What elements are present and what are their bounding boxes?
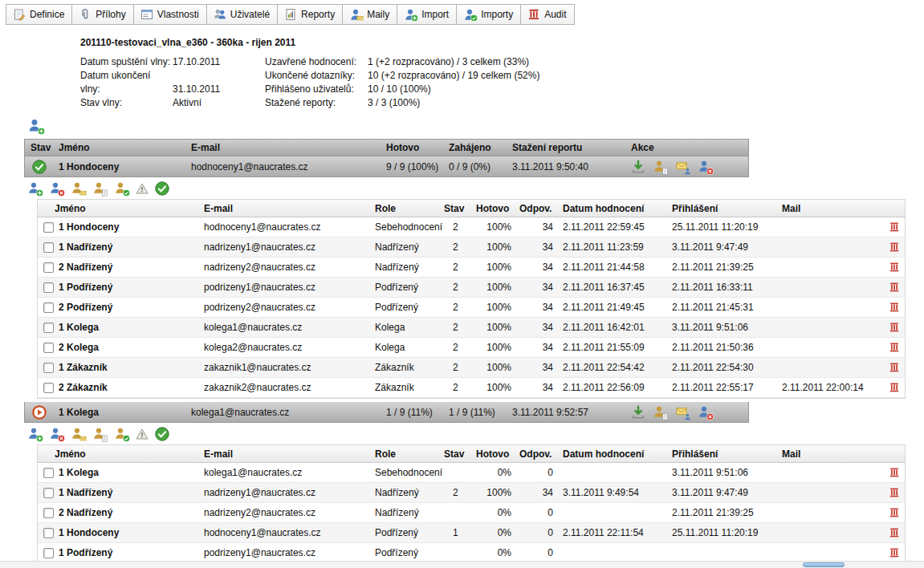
row-checkbox[interactable]	[43, 262, 54, 273]
column-header-email: E-mail	[204, 203, 375, 214]
tab-label: Uživatelé	[230, 9, 270, 20]
audit-icon[interactable]	[889, 302, 900, 313]
row-checkbox[interactable]	[43, 323, 54, 333]
add-rated-user-button[interactable]	[27, 118, 44, 134]
row-prihlaseni: 2.11.2011 22:54:30	[672, 362, 776, 373]
row-role: Nadřízený	[375, 241, 444, 253]
tab-importy[interactable]: Importy	[456, 4, 521, 25]
deactivate-user-icon[interactable]	[698, 405, 713, 420]
tab-reporty[interactable]: Reporty	[277, 4, 343, 25]
user-mail-icon[interactable]	[675, 160, 690, 174]
tab-vlastnosti[interactable]: Vlastnosti	[133, 4, 207, 25]
audit-icon[interactable]	[889, 282, 900, 293]
row-odpov: 0	[516, 527, 555, 538]
import-icon	[404, 8, 417, 21]
tab-maily[interactable]: Maily	[342, 4, 397, 25]
remove-user-icon[interactable]	[49, 427, 64, 441]
column-header-datum-hodnoceni: Datum hodnocení	[555, 203, 672, 214]
group-row[interactable]: 1 Hondoceny hodnoceny1@naucrates.cz 9 / …	[24, 156, 749, 177]
tab-prilohy[interactable]: Přílohy	[71, 4, 133, 25]
column-header-jmeno: Jméno	[54, 448, 204, 460]
row-checkbox[interactable]	[43, 508, 54, 518]
user-confirm-icon[interactable]	[114, 181, 129, 196]
complete-check-icon[interactable]	[155, 181, 169, 196]
user-report-icon[interactable]	[653, 160, 668, 174]
row-checkbox[interactable]	[43, 528, 54, 538]
audit-icon[interactable]	[889, 467, 900, 478]
table-row: 1 Zákazník zakaznik1@naucrates.cz Zákazn…	[38, 358, 905, 378]
info-line: Datum spuštění vlny:17.10.2011	[80, 55, 265, 69]
detail-table: Jméno E-mail Role Stav Hotovo Odpov. Dat…	[37, 199, 906, 399]
tab-label: Reporty	[301, 9, 335, 20]
audit-icon[interactable]	[889, 241, 900, 253]
warning-icon[interactable]	[136, 428, 149, 440]
scrollbar-thumb[interactable]	[803, 562, 845, 567]
row-prihlaseni: 2.11.2011 21:39:25	[672, 262, 776, 273]
row-stav: 2	[444, 302, 474, 313]
group-row[interactable]: 1 Kolega kolega1@naucrates.cz 1 / 9 (11%…	[24, 402, 749, 423]
tab-import[interactable]: Import	[397, 4, 457, 25]
row-hotovo: 100%	[474, 342, 516, 353]
warning-icon[interactable]	[136, 182, 149, 195]
row-checkbox[interactable]	[43, 548, 54, 558]
info-value: 1 (+2 rozpracováno) / 3 celkem (33%)	[368, 56, 529, 67]
info-line: Stav vlny:Aktivní	[80, 96, 265, 110]
audit-icon[interactable]	[889, 382, 900, 393]
tab-definice[interactable]: Definice	[6, 4, 72, 25]
row-checkbox[interactable]	[43, 222, 54, 233]
row-name: 1 Hondoceny	[54, 527, 204, 538]
row-name: 1 Nadřízený	[54, 487, 204, 498]
audit-icon[interactable]	[889, 487, 900, 498]
row-odpov: 34	[516, 382, 555, 393]
remove-user-icon[interactable]	[49, 181, 64, 196]
audit-icon[interactable]	[889, 507, 900, 518]
in-progress-status-icon	[32, 405, 47, 420]
audit-icon[interactable]	[889, 342, 900, 353]
detail-table-header: Jméno E-mail Role Stav Hotovo Odpov. Dat…	[38, 445, 905, 463]
group-stazeni-reportu: 3.11.2011 9:50:40	[511, 161, 625, 172]
audit-icon[interactable]	[889, 527, 900, 538]
add-user-icon[interactable]	[27, 427, 43, 441]
row-checkbox[interactable]	[43, 468, 54, 478]
row-checkbox[interactable]	[43, 488, 54, 498]
audit-icon[interactable]	[889, 322, 900, 333]
audit-icon[interactable]	[889, 362, 900, 373]
horizontal-scrollbar[interactable]	[0, 561, 924, 568]
info-value: 17.10.2011	[173, 56, 220, 67]
column-header-jmeno: Jméno	[54, 203, 204, 214]
group-email: kolega1@naucrates.cz	[191, 407, 385, 418]
user-mail-icon[interactable]	[675, 405, 690, 420]
user-report-icon[interactable]	[653, 405, 668, 420]
row-role: Nadřízený	[375, 507, 444, 518]
table-row: 2 Nadřízený nadrizeny2@naucrates.cz Nadř…	[38, 503, 905, 523]
info-value: 31.10.2011	[173, 83, 220, 95]
deactivate-user-icon[interactable]	[698, 160, 713, 174]
row-checkbox[interactable]	[43, 343, 54, 353]
row-checkbox[interactable]	[43, 383, 54, 393]
row-odpov: 0	[516, 507, 555, 518]
user-mail-icon[interactable]	[71, 181, 86, 196]
row-checkbox[interactable]	[43, 282, 54, 293]
audit-icon[interactable]	[889, 547, 900, 558]
reports-icon	[284, 8, 297, 21]
complete-check-icon[interactable]	[155, 427, 169, 441]
row-role: Podřízený	[375, 302, 444, 313]
user-report-icon[interactable]	[92, 427, 108, 441]
add-user-icon[interactable]	[27, 181, 43, 196]
download-report-icon[interactable]	[631, 405, 645, 420]
row-checkbox[interactable]	[43, 242, 54, 253]
audit-icon[interactable]	[889, 262, 900, 273]
tab-audit[interactable]: Audit	[520, 4, 574, 25]
row-name: 1 Podřízený	[54, 547, 204, 558]
row-name: 1 Hondoceny	[54, 221, 204, 233]
tab-uzivatele[interactable]: Uživatelé	[206, 4, 278, 25]
audit-icon[interactable]	[889, 221, 900, 233]
user-confirm-icon[interactable]	[114, 427, 129, 441]
row-checkbox[interactable]	[43, 363, 54, 373]
row-checkbox[interactable]	[43, 302, 54, 313]
user-report-icon[interactable]	[92, 181, 108, 196]
download-report-icon[interactable]	[631, 160, 645, 174]
user-mail-icon[interactable]	[71, 427, 86, 441]
tab-label: Audit	[544, 9, 566, 20]
tab-label: Import	[421, 9, 449, 20]
